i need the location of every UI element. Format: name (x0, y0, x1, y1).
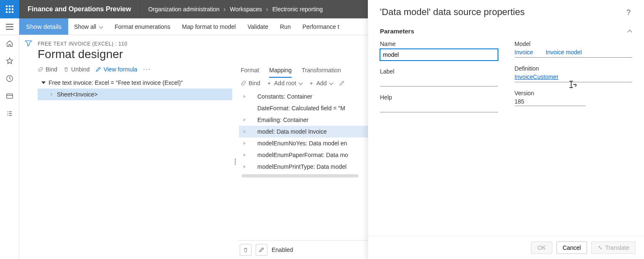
tree-node-label: Free text invoice: Excel = "Free text in… (49, 79, 183, 86)
svg-rect-3 (6, 8, 8, 10)
add-button[interactable]: + Add (308, 80, 333, 86)
chevron-down-icon (99, 25, 103, 29)
svg-rect-7 (9, 11, 10, 13)
add-root-button[interactable]: + Add root (266, 80, 303, 86)
chevron-down-icon (298, 81, 303, 85)
tab-format[interactable]: Format (241, 64, 259, 78)
ok-button[interactable]: OK (531, 241, 552, 254)
bind-label: Bind (46, 66, 57, 73)
tree-node-label: DateFormat: Calculated field = "M (250, 105, 345, 112)
add-root-label: Add root (274, 80, 296, 86)
tree-node-label: modelEnumPaperFormat: Data mo (250, 152, 348, 158)
tree-node-label: Emailing: Container (250, 117, 308, 123)
product-name: Finance and Operations Preview (19, 0, 140, 18)
waffle-icon (6, 5, 13, 13)
nav-sidebar (0, 35, 19, 259)
filter-column (19, 35, 38, 259)
plus-icon: + (266, 80, 272, 86)
model-label: Model (515, 41, 633, 47)
toolbar-performance[interactable]: Performance t (297, 18, 345, 35)
breadcrumb: Organization administration › Workspaces… (140, 6, 331, 13)
tab-mapping[interactable]: Mapping (269, 64, 292, 78)
unbind-button[interactable]: Unbind (63, 66, 90, 73)
section-header-parameters[interactable]: Parameters (380, 24, 632, 38)
edit-button[interactable] (256, 244, 267, 256)
app-launcher-button[interactable] (0, 0, 19, 18)
toolbar-label: Map format to model (182, 23, 236, 30)
toolbar-label: Performance t (303, 23, 339, 30)
ok-label: OK (537, 244, 546, 251)
page-body: FREE TEXT INVOICE (EXCEL) : 110 Format d… (0, 35, 644, 259)
trash-icon (63, 66, 69, 72)
link-icon (241, 80, 246, 86)
breadcrumb-item[interactable]: Workspaces (230, 6, 262, 13)
view-formula-label: View formula (103, 66, 137, 73)
name-input[interactable] (380, 49, 498, 61)
pencil-icon[interactable] (339, 80, 345, 86)
toolbar-label: Run (280, 23, 291, 30)
show-details-button[interactable]: Show details (19, 18, 68, 35)
format-tree-panel: Bind Unbind View formula ··· Fr (38, 64, 232, 259)
home-icon[interactable] (5, 39, 14, 48)
model-value-link[interactable]: Invoice (515, 49, 533, 56)
horizontal-scrollbar[interactable] (241, 174, 359, 178)
tab-label: Transformation (302, 67, 341, 74)
tree-node-label: modelEnumPrintType: Data model (250, 163, 346, 170)
tree-node-child[interactable]: Sheet<Invoice> (38, 89, 232, 100)
caret-right-icon (242, 129, 247, 134)
toolbar-show-all[interactable]: Show all (68, 18, 109, 35)
model-link[interactable]: Invoice model (546, 49, 582, 56)
delete-button[interactable] (240, 244, 251, 256)
toolbar-validate[interactable]: Validate (241, 18, 274, 35)
tree-node-label: model: Data model Invoice (250, 128, 327, 135)
view-formula-button[interactable]: View formula (95, 66, 137, 73)
toolbar-label: Format enumerations (115, 23, 170, 30)
breadcrumb-item[interactable]: Organization administration (148, 6, 219, 13)
toolbar-run[interactable]: Run (274, 18, 297, 35)
caret-right-icon (242, 141, 247, 146)
list-icon[interactable] (5, 109, 14, 118)
more-icon[interactable]: ··· (143, 66, 151, 73)
toolbar-map-format[interactable]: Map format to model (176, 18, 241, 35)
tab-transformation[interactable]: Transformation (302, 64, 341, 78)
cancel-label: Cancel (563, 244, 581, 251)
tree-node-root[interactable]: Free text invoice: Excel = "Free text in… (38, 77, 232, 89)
module-icon[interactable] (5, 92, 14, 100)
bind-button[interactable]: Bind (241, 80, 260, 86)
toolbar-label: Validate (247, 23, 268, 30)
chevron-down-icon (329, 81, 333, 85)
help-icon[interactable]: ? (626, 8, 632, 17)
clock-icon[interactable] (5, 74, 14, 83)
cancel-button[interactable]: Cancel (557, 241, 588, 254)
tree-node-label: Constants: Container (250, 93, 313, 100)
definition-label: Definition (515, 65, 633, 72)
bind-button[interactable]: Bind (38, 66, 57, 73)
chevron-right-icon: › (224, 6, 226, 13)
svg-rect-5 (12, 8, 13, 10)
toolbar-format-enums[interactable]: Format enumerations (109, 18, 176, 35)
bind-label: Bind (249, 80, 260, 86)
add-label: Add (316, 80, 327, 86)
version-value: 185 (515, 98, 524, 105)
translate-button[interactable]: Translate (591, 241, 636, 254)
section-title: Parameters (380, 28, 414, 35)
unbind-label: Unbind (71, 66, 90, 73)
svg-rect-1 (9, 5, 10, 7)
help-input[interactable] (380, 102, 498, 112)
definition-link[interactable]: InvoiceCustomer (515, 74, 559, 80)
filter-icon[interactable] (25, 39, 32, 259)
format-tree: Free text invoice: Excel = "Free text in… (38, 77, 232, 100)
pencil-icon (95, 66, 101, 72)
label-input[interactable] (380, 76, 498, 86)
translate-label: Translate (605, 244, 629, 251)
star-icon[interactable] (5, 57, 14, 65)
nav-toggle[interactable] (0, 18, 19, 35)
svg-rect-0 (6, 5, 8, 7)
show-details-label: Show details (26, 23, 62, 30)
svg-rect-10 (6, 94, 12, 99)
breadcrumb-item[interactable]: Electronic reporting (272, 6, 323, 13)
splitter[interactable]: ┇ (232, 64, 238, 259)
tree-node-label: modelEnumNoYes: Data model en (250, 140, 347, 147)
svg-rect-4 (9, 8, 10, 10)
panel-footer: OK Cancel Translate (368, 236, 644, 259)
